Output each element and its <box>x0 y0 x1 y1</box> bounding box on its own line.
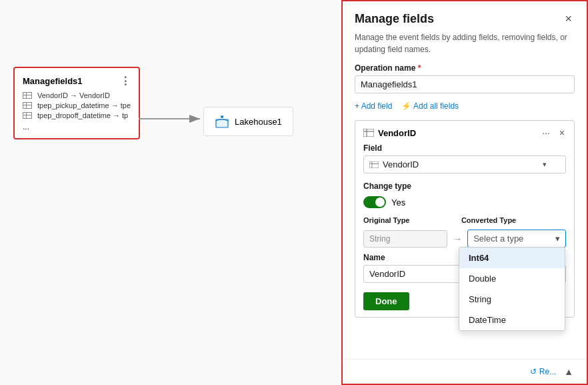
dropdown-item-double[interactable]: Double <box>459 268 565 289</box>
field-toolbar: + Add field ⚡ Add all fields <box>355 101 575 111</box>
arrow-right-icon: → <box>453 234 462 244</box>
field-ellipsis-button[interactable]: ··· <box>541 127 551 138</box>
panel-title: Manage fields <box>355 12 434 26</box>
vendorid-field-section: VendorID ··· × Field <box>355 120 575 318</box>
type-row: String → Select a type ▾ Int64 Double St… <box>363 230 566 248</box>
change-type-toggle[interactable] <box>363 196 386 208</box>
svg-rect-6 <box>369 161 379 168</box>
field-group: Field VendorID ▾ <box>363 143 566 173</box>
node-menu-button[interactable]: ⋮ <box>120 75 131 87</box>
manage-fields-panel: Manage fields × Manage the event fields … <box>341 0 588 385</box>
add-field-button[interactable]: + Add field <box>355 101 392 111</box>
original-type-field: String <box>363 230 447 248</box>
field-label: Field <box>363 143 566 153</box>
dropdown-item-string[interactable]: String <box>459 289 565 310</box>
svg-point-2 <box>221 115 223 118</box>
managefields-node: Managefields1 ⋮ VendorID → VendorID tpep… <box>13 67 140 139</box>
converted-type-label: Converted Type <box>461 216 566 224</box>
field-close-button[interactable]: × <box>558 127 566 138</box>
change-type-label: Change type <box>363 181 566 191</box>
type-dropdown-list: Int64 Double String DateTime <box>459 247 565 331</box>
dropdown-item-datetime[interactable]: DateTime <box>459 310 565 330</box>
refresh-icon: ↺ <box>530 367 537 376</box>
field-section-title: VendorID <box>363 128 416 138</box>
lakehouse-title: Lakehouse1 <box>235 117 282 127</box>
field-section-actions: ··· × <box>541 127 566 138</box>
refresh-button[interactable]: ↺ Re... <box>530 367 556 376</box>
lakehouse-node: Lakehouse1 <box>203 107 293 136</box>
footer-re-label: Re... <box>539 367 556 376</box>
lakehouse-icon <box>215 114 229 129</box>
field-select-icon <box>369 161 379 168</box>
panel-close-button[interactable]: × <box>562 12 575 26</box>
panel-subtitle: Manage the event fields by adding fields… <box>343 31 587 63</box>
node-more: ... <box>23 122 131 131</box>
change-type-group: Change type Yes <box>363 181 566 208</box>
panel-body: Operation name * + Add field ⚡ Add all f… <box>343 63 587 359</box>
panel-header: Manage fields × <box>343 1 587 31</box>
type-labels-row: Original Type Converted Type <box>363 216 566 224</box>
vendorid-title: VendorID <box>378 128 416 138</box>
operation-name-input[interactable] <box>355 75 575 93</box>
chevron-down-icon: ▾ <box>555 234 560 244</box>
svg-rect-1 <box>216 119 228 127</box>
add-all-fields-button[interactable]: ⚡ Add all fields <box>401 101 459 111</box>
node-header: Managefields1 ⋮ <box>23 75 131 87</box>
operation-name-label: Operation name * <box>355 63 575 73</box>
node-row: tpep_pickup_datetime → tpe <box>23 101 131 109</box>
node-row: tpep_dropoff_datetime → tp <box>23 111 131 119</box>
converted-type-select[interactable]: Select a type ▾ Int64 Double String Date… <box>467 230 566 248</box>
converted-type-placeholder: Select a type <box>473 234 523 244</box>
dropdown-item-int64[interactable]: Int64 <box>459 248 565 268</box>
canvas-area: Managefields1 ⋮ VendorID → VendorID tpep… <box>0 0 341 385</box>
original-type-label: Original Type <box>363 216 451 224</box>
node-row: VendorID → VendorID <box>23 91 131 99</box>
toggle-thumb <box>375 198 385 207</box>
field-select[interactable]: VendorID ▾ <box>363 155 566 173</box>
field-section-header: VendorID ··· × <box>363 127 566 138</box>
node-title: Managefields1 <box>23 76 83 86</box>
change-type-toggle-row: Yes <box>363 196 566 208</box>
done-button[interactable]: Done <box>363 292 409 310</box>
svg-rect-3 <box>363 129 374 137</box>
toggle-label: Yes <box>391 198 405 208</box>
scroll-up-button[interactable]: ▲ <box>563 366 575 377</box>
field-select-value: VendorID <box>383 159 419 169</box>
operation-name-group: Operation name * <box>355 63 575 93</box>
panel-footer: ↺ Re... ▲ <box>343 359 587 384</box>
table-icon <box>363 129 374 137</box>
chevron-down-icon: ▾ <box>543 160 547 169</box>
